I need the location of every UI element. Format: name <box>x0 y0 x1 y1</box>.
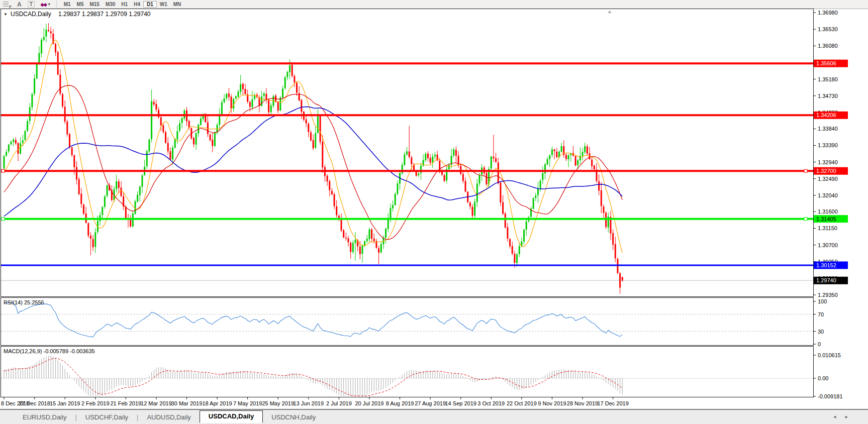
candle-body <box>268 100 269 113</box>
tab-scroll-arrows[interactable]: ◂▸ <box>833 413 857 420</box>
timeframe-button-h1[interactable]: H1 <box>118 2 131 7</box>
candle-body <box>478 175 480 183</box>
candle-body <box>242 84 244 89</box>
candle-body <box>327 176 328 182</box>
candle-body <box>162 125 164 132</box>
candle-body <box>228 93 230 97</box>
tab-usdcnh[interactable]: USDCNH,Daily <box>263 412 324 422</box>
candle-body <box>196 133 197 145</box>
tab-usdcad[interactable]: USDCAD,Daily <box>200 410 263 423</box>
candle-body <box>343 230 344 238</box>
date-tick-label: 9 Nov 2019 <box>538 400 566 406</box>
price-tick-label: 1.32490 <box>818 176 838 182</box>
tab-audusd[interactable]: AUDUSD,Daily <box>138 412 199 422</box>
timeframe-button-m5[interactable]: M5 <box>74 2 87 7</box>
candle-body <box>92 239 94 247</box>
candle-body <box>31 94 33 107</box>
font-a-icon[interactable]: A <box>14 1 25 8</box>
candle-body <box>153 102 155 104</box>
timeframe-button-mn[interactable]: MN <box>170 2 184 7</box>
candle-body <box>310 132 312 140</box>
price-tick-label: 1.31150 <box>818 225 837 231</box>
candle-body <box>104 196 106 207</box>
date-tick-label: 20 Jul 2019 <box>355 400 384 406</box>
date-tick-label: 18 Apr 2019 <box>202 400 232 406</box>
candle-body <box>277 102 279 111</box>
candle-body <box>55 44 56 52</box>
candle-body <box>265 94 267 100</box>
timeframe-button-d1[interactable]: D1 <box>143 1 157 8</box>
candle-body <box>301 100 302 112</box>
candle-body <box>212 140 213 146</box>
hline-handle <box>2 218 5 221</box>
candle-body <box>622 277 623 280</box>
candle-body <box>514 254 515 263</box>
top-toolbar: F A T ◆◆ ▾ M1M5M15M30H1H4D1W1MN <box>0 0 868 9</box>
timeframe-button-m1[interactable]: M1 <box>61 2 74 7</box>
timeframe-button-m30[interactable]: M30 <box>103 2 118 7</box>
candle-body <box>345 238 347 239</box>
candle-body <box>427 154 429 158</box>
candle-body <box>594 166 595 169</box>
candle-body <box>62 94 63 107</box>
candle-body <box>355 240 356 243</box>
date-tick-label: 27 Aug 2019 <box>415 400 446 406</box>
candle-body <box>24 131 26 140</box>
price-tick-label: 1.30700 <box>818 242 838 248</box>
candle-body <box>420 166 422 173</box>
candle-body <box>498 163 499 183</box>
chart-area[interactable]: ▼USDCAD,Daily1.29837 1.29837 1.29709 1.2… <box>0 9 868 409</box>
candle-body <box>294 76 295 82</box>
candle-body <box>535 195 536 198</box>
shapes-dropdown-icon[interactable]: ◆◆ ▾ <box>38 1 53 8</box>
candle-body <box>516 254 518 263</box>
candle-body <box>45 30 47 37</box>
candle-body <box>261 96 262 106</box>
text-label-icon[interactable]: T <box>25 1 38 8</box>
chart-title: USDCAD,Daily <box>11 11 51 18</box>
candle-body <box>71 147 73 155</box>
candle-body <box>20 143 21 154</box>
candle-body <box>474 202 475 216</box>
candle-body <box>200 119 202 125</box>
candle-body <box>561 146 562 152</box>
tab-scroll-left-icon: ◂ <box>833 413 845 419</box>
candle-body <box>249 102 251 107</box>
candle-body <box>284 77 286 88</box>
date-tick-label: 2 Feb 2019 <box>81 400 110 406</box>
candle-body <box>244 89 246 94</box>
rsi-label: RSI(14) 25.2556 <box>4 299 44 305</box>
candle-body <box>167 143 169 151</box>
price-tick-label: 1.29350 <box>818 292 838 298</box>
candle-body <box>87 223 89 236</box>
candle-body <box>94 232 96 247</box>
candle-body <box>155 104 157 110</box>
candle-body <box>141 175 143 187</box>
candle-body <box>329 181 330 190</box>
tab-usdchf[interactable]: USDCHF,Daily <box>77 412 137 422</box>
candle-body <box>240 84 241 92</box>
candle-body <box>50 31 52 33</box>
chart-grid-f-icon[interactable]: F <box>0 1 14 8</box>
candle-body <box>320 115 321 142</box>
timeframe-button-w1[interactable]: W1 <box>157 2 170 7</box>
candle-body <box>523 230 525 242</box>
candle-body <box>78 179 80 194</box>
candle-body <box>380 244 382 252</box>
price-tick-label: 1.32940 <box>818 159 838 165</box>
candle-body <box>432 157 433 162</box>
timeframe-button-m15[interactable]: M15 <box>86 2 102 7</box>
candle-body <box>331 191 333 194</box>
candle-body <box>132 214 134 227</box>
price-line-label-text: 1.34206 <box>816 112 836 118</box>
candle-body <box>292 65 293 76</box>
candle-body <box>13 140 14 142</box>
candle-body <box>453 149 454 155</box>
candle-body <box>512 246 513 254</box>
candle-body <box>425 154 426 160</box>
tab-eurusd[interactable]: EURUSD,Daily <box>14 412 75 422</box>
rsi-tick-label: 100 <box>818 298 827 304</box>
price-tick-label: 1.33840 <box>818 126 838 132</box>
date-tick-label: 13 Jun 2019 <box>294 400 324 406</box>
timeframe-button-h4[interactable]: H4 <box>131 2 143 7</box>
